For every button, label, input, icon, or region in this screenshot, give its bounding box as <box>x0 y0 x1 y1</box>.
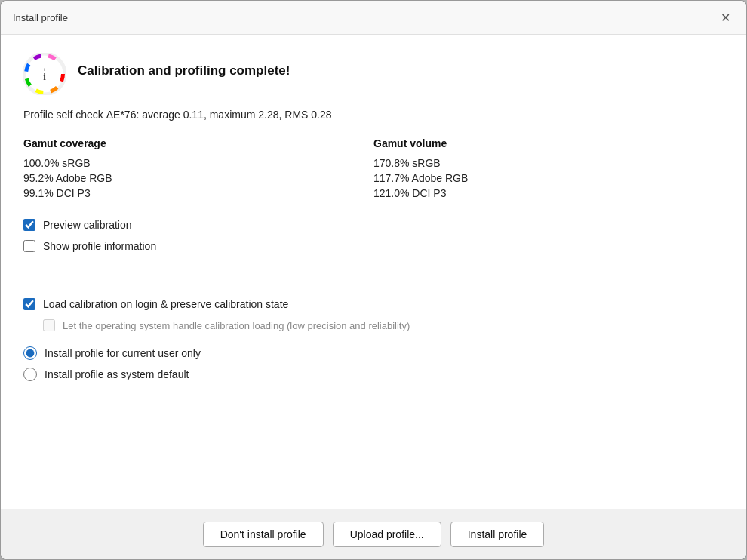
header-row: i i Calibration and profiling complete! <box>23 53 724 95</box>
gamut-coverage-row-0: 100.0% sRGB <box>23 157 374 169</box>
info-icon: i i <box>23 53 66 95</box>
options-section: Preview calibration Show profile informa… <box>23 219 724 331</box>
radio-section: Install profile for current user only In… <box>23 346 724 381</box>
gamut-volume-col: Gamut volume 170.8% sRGB 117.7% Adobe RG… <box>374 137 724 199</box>
load-calibration-checkbox[interactable] <box>23 298 35 310</box>
load-calibration-row: Load calibration on login & preserve cal… <box>23 298 724 310</box>
install-profile-button[interactable]: Install profile <box>450 522 545 547</box>
preview-calibration-label: Preview calibration <box>43 219 132 231</box>
divider-1 <box>23 275 724 275</box>
svg-text:i: i <box>43 71 46 82</box>
close-button[interactable]: ✕ <box>716 8 734 26</box>
gamut-volume-header: Gamut volume <box>374 137 724 149</box>
gamut-coverage-col: Gamut coverage 100.0% sRGB 95.2% Adobe R… <box>23 137 374 199</box>
completion-title: Calibration and profiling complete! <box>78 53 290 78</box>
show-profile-info-checkbox[interactable] <box>23 240 35 252</box>
install-current-user-label: Install profile for current user only <box>45 347 201 359</box>
gamut-volume-row-0: 170.8% sRGB <box>374 157 724 169</box>
load-calibration-label: Load calibration on login & preserve cal… <box>43 298 288 310</box>
upload-profile-button[interactable]: Upload profile... <box>333 522 441 547</box>
let-os-label: Let the operating system handle calibrat… <box>63 320 410 331</box>
let-os-row: Let the operating system handle calibrat… <box>43 319 724 331</box>
profile-check-text: Profile self check ΔE*76: average 0.11, … <box>23 109 724 121</box>
install-system-default-label: Install profile as system default <box>45 368 189 380</box>
install-current-user-radio[interactable] <box>23 346 37 360</box>
dialog-footer: Don't install profile Upload profile... … <box>1 509 746 559</box>
show-profile-info-row: Show profile information <box>23 240 724 252</box>
show-profile-info-label: Show profile information <box>43 240 156 252</box>
dont-install-button[interactable]: Don't install profile <box>203 522 324 547</box>
let-os-checkbox[interactable] <box>43 319 55 331</box>
gamut-coverage-header: Gamut coverage <box>23 137 374 149</box>
title-bar: Install profile ✕ <box>1 1 746 35</box>
install-profile-dialog: Install profile ✕ <box>0 0 747 560</box>
gamut-table: Gamut coverage 100.0% sRGB 95.2% Adobe R… <box>23 137 724 199</box>
gamut-coverage-row-2: 99.1% DCI P3 <box>23 187 374 199</box>
gamut-volume-row-1: 117.7% Adobe RGB <box>374 172 724 184</box>
preview-calibration-row: Preview calibration <box>23 219 724 231</box>
install-current-user-row: Install profile for current user only <box>23 346 724 360</box>
dialog-title: Install profile <box>13 12 68 23</box>
gamut-volume-row-2: 121.0% DCI P3 <box>374 187 724 199</box>
gamut-coverage-row-1: 95.2% Adobe RGB <box>23 172 374 184</box>
dialog-content: i i Calibration and profiling complete! … <box>1 35 746 509</box>
install-system-default-row: Install profile as system default <box>23 368 724 381</box>
preview-calibration-checkbox[interactable] <box>23 219 35 231</box>
install-system-default-radio[interactable] <box>23 368 37 381</box>
